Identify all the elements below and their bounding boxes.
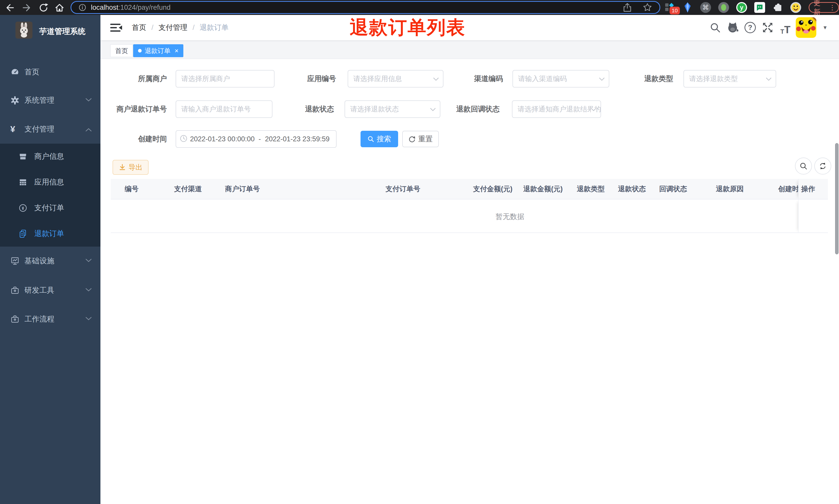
column-header-refund-type: 退款类型	[571, 179, 612, 199]
refresh-table-button[interactable]	[814, 158, 831, 175]
merchant-input[interactable]	[176, 70, 274, 88]
fullscreen-icon	[762, 21, 774, 34]
range-separator: -	[257, 135, 263, 143]
sidebar-item-merchant-info[interactable]: 商户信息	[0, 144, 101, 169]
site-info-icon[interactable]	[78, 4, 86, 11]
extensions-puzzle-icon[interactable]	[772, 2, 784, 13]
address-bar[interactable]: localhost:1024/pay/refund	[71, 1, 660, 14]
label-merchant-refund-no: 商户退款订单号	[103, 101, 167, 118]
browser-menu-dots-icon[interactable]: ⋮	[829, 4, 836, 12]
breadcrumb-pay[interactable]: 支付管理	[159, 23, 188, 32]
reset-button[interactable]: 重置	[402, 131, 439, 147]
sidebar-item-system[interactable]: 系统管理	[0, 86, 101, 115]
browser-forward-button[interactable]	[21, 2, 33, 14]
tag-close-icon[interactable]: ×	[175, 47, 178, 55]
browser-back-button[interactable]	[4, 2, 15, 14]
sidebar-item-pay[interactable]: ¥ 支付管理	[0, 115, 101, 144]
extension-gem-icon[interactable]	[682, 2, 694, 13]
label-refund-status: 退款状态	[277, 101, 334, 118]
annotation-title: 退款订单列表	[350, 18, 466, 37]
chevron-down-icon	[599, 77, 605, 82]
header-font-size-button[interactable]: TT	[778, 20, 793, 35]
sidebar: 芋道管理系统 首页 系统管理 ¥ 支付管理 商户信息	[0, 15, 101, 504]
extension-yuque-icon[interactable]: y	[736, 2, 748, 13]
breadcrumb: 首页 / 支付管理 / 退款订单	[132, 15, 229, 40]
column-header-merchant-order-no: 商户订单号	[219, 179, 379, 199]
url-path: :1024/pay/refund	[119, 4, 171, 12]
tag-refund-order[interactable]: 退款订单 ×	[133, 44, 183, 57]
yen-icon: ¥	[10, 125, 20, 134]
browser-reload-button[interactable]	[38, 2, 50, 14]
sidebar-item-workflow[interactable]: 工作流程	[0, 305, 101, 334]
extension-chat-icon[interactable]	[754, 2, 766, 13]
sidebar-item-home[interactable]: 首页	[0, 58, 101, 87]
sidebar-item-infra[interactable]: 基础设施	[0, 247, 101, 275]
table-header-row: 编号 支付渠道 商户订单号 支付订单号 支付金额(元) 退款金额(元) 退款类型…	[111, 179, 798, 199]
toggle-search-button[interactable]	[795, 158, 812, 175]
browser-profile-avatar[interactable]	[790, 2, 802, 13]
column-header-pay-channel: 支付渠道	[168, 179, 219, 199]
sidebar-item-pay-order[interactable]: ¥ 支付订单	[0, 195, 101, 221]
extension-command-icon[interactable]: ⌘	[700, 2, 712, 13]
breadcrumb-separator: /	[193, 23, 195, 32]
pikachu-avatar-icon	[796, 17, 816, 38]
search-icon	[799, 162, 808, 170]
bookmark-star-icon[interactable]	[643, 3, 652, 12]
column-header-create-time: 创建时间	[772, 179, 798, 199]
avatar-dropdown-caret-icon[interactable]: ▼	[822, 25, 828, 31]
header-help-button[interactable]: ?	[743, 20, 757, 35]
header-search-button[interactable]	[708, 20, 722, 35]
blue-gem-icon	[682, 2, 694, 13]
tag-home[interactable]: 首页	[110, 44, 133, 57]
sidebar-collapse-button[interactable]	[110, 23, 123, 33]
breadcrumb-separator: /	[151, 23, 154, 32]
header-fullscreen-button[interactable]	[761, 20, 775, 35]
refresh-icon	[408, 136, 416, 143]
chevron-down-icon	[433, 77, 439, 82]
extension-green-dot-icon[interactable]	[718, 2, 730, 13]
breadcrumb-home[interactable]: 首页	[132, 23, 146, 32]
sidebar-item-refund-order[interactable]: 退款订单	[0, 221, 101, 247]
briefcase-icon	[10, 286, 20, 295]
smiley-avatar-icon	[790, 2, 801, 13]
sidebar-logo[interactable]: 芋道管理系统	[0, 21, 101, 44]
label-notify-status: 退款回调状态	[435, 101, 500, 118]
url-host: localhost	[91, 4, 119, 12]
puzzle-icon	[772, 2, 783, 13]
header-github-button[interactable]	[726, 20, 740, 35]
app-no-select[interactable]: 请选择应用信息	[347, 70, 444, 88]
column-header-refund-status: 退款状态	[612, 179, 653, 199]
monitor-chart-icon	[10, 256, 20, 266]
page: localhost:1024/pay/refund 10 ⌘ y	[0, 0, 839, 504]
search-icon	[709, 21, 721, 34]
refresh-icon	[819, 162, 827, 170]
sidebar-item-dev-tools[interactable]: 研发工具	[0, 276, 101, 305]
refund-status-select[interactable]: 请选择退款状态	[344, 101, 440, 118]
hamburger-icon	[110, 23, 123, 32]
browser-update-button[interactable]: 更新 ⋮	[809, 2, 839, 13]
page-scrollbar-thumb[interactable]	[835, 143, 838, 254]
notify-status-select[interactable]: 请选择通知商户退款结果的	[512, 101, 601, 118]
green-chat-icon	[754, 2, 765, 13]
share-icon[interactable]	[622, 3, 632, 12]
refund-type-select[interactable]: 请选择退款类型	[683, 70, 776, 88]
extension-badge: 10	[670, 7, 680, 14]
logo-rabbit-icon	[15, 22, 33, 40]
export-button[interactable]: 导出	[112, 160, 148, 175]
sidebar-submenu-pay: 商户信息 应用信息 ¥ 支付订单 退款订单	[0, 144, 101, 247]
user-avatar[interactable]	[796, 17, 816, 38]
search-button[interactable]: 搜索	[360, 131, 398, 147]
create-time-range-picker[interactable]: 2022-01-23 00:00:00 - 2022-01-23 23:59:5…	[176, 130, 337, 148]
merchant-refund-no-input[interactable]	[176, 101, 272, 118]
github-icon	[726, 21, 739, 34]
briefcase-icon	[10, 314, 20, 324]
sidebar-item-app-info[interactable]: 应用信息	[0, 169, 101, 195]
tags-view-bar: 首页 退款订单 ×	[101, 40, 839, 59]
column-header-pay-amount: 支付金额(元)	[467, 179, 517, 199]
range-start-value: 2022-01-23 00:00:00	[190, 135, 254, 143]
channel-select[interactable]: 请输入渠道编码	[513, 70, 609, 88]
chevron-down-icon	[591, 108, 596, 112]
column-header-pay-order-no: 支付订单号	[379, 179, 467, 199]
active-dot-icon	[138, 49, 142, 53]
browser-home-button[interactable]	[54, 2, 66, 14]
